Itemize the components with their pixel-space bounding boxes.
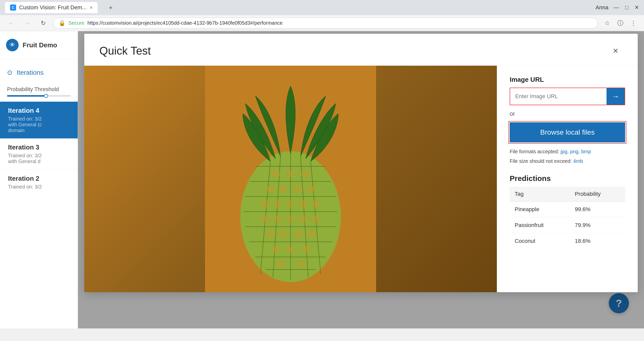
svg-point-18 [266,185,275,193]
prediction-tag-1: Passionfruit [510,217,570,233]
sidebar-item-iterations[interactable]: ⊙ Iterations [0,64,78,81]
image-preview-area [84,66,497,292]
svg-point-16 [286,170,295,177]
info-button[interactable]: ⓘ [615,18,626,29]
iteration3-detail1: Trained on: 3/2 [8,153,71,159]
browser-titlebar: C Custom Vision: Fruit Dem... × + Anna —… [0,0,644,15]
tab-title: Custom Vision: Fruit Dem... [19,4,87,11]
svg-point-20 [294,185,303,193]
quick-test-modal: Quick Test × [84,34,638,292]
svg-point-15 [271,170,280,177]
modal-title: Quick Test [99,45,151,57]
svg-point-26 [311,201,320,208]
iteration2-detail1: Trained on: 3/2 [8,184,71,190]
svg-point-37 [286,246,295,253]
sidebar-header: 👁 Fruit Demo [0,31,78,59]
forward-button[interactable]: → [21,17,33,29]
svg-point-30 [299,216,308,223]
browse-local-files-button[interactable]: Browse local files [510,122,625,142]
tag-column-header: Tag [510,187,570,202]
probability-threshold-section: Probability Threshold [0,81,78,102]
predictions-label: Predictions [510,174,625,183]
iterations-label: Iterations [17,69,44,77]
svg-point-25 [299,201,308,208]
svg-point-36 [271,246,280,253]
iteration4-name: Iteration 4 [8,107,71,115]
secure-text: Secure [68,20,84,26]
minimize-button[interactable]: — [614,4,619,11]
svg-point-39 [276,261,285,268]
svg-point-22 [261,201,270,208]
sidebar: 👁 Fruit Demo ⊙ Iterations Probability Th… [0,31,78,328]
modal-close-button[interactable]: × [609,44,623,58]
browser-chrome: C Custom Vision: Fruit Dem... × + Anna —… [0,0,644,31]
sidebar-nav: ⊙ Iterations Probability Threshold Itera… [0,59,78,200]
iterations-icon: ⊙ [7,69,13,77]
tab-close-button[interactable]: × [90,5,93,11]
svg-point-27 [261,216,270,223]
maximize-button[interactable]: □ [625,4,628,11]
table-row: Coconut18.6% [510,233,625,249]
svg-point-40 [296,261,305,268]
svg-point-28 [273,216,283,223]
window-controls: — □ ✕ [614,4,639,11]
svg-point-33 [278,231,288,238]
url-input[interactable] [510,88,607,105]
svg-point-34 [294,231,303,238]
lock-icon: 🔒 [59,20,65,26]
svg-point-31 [311,216,320,223]
prediction-probability-1: 79.9% [570,217,625,233]
prediction-tag-2: Coconut [510,233,570,249]
tab-favicon: C [10,5,16,11]
sidebar-item-iteration4[interactable]: Iteration 4 Trained on: 3/2 with General… [0,102,78,138]
svg-point-17 [301,170,310,177]
probability-column-header: Probability [570,187,625,202]
predictions-scroll-wrapper: Tag Probability Pineapple99.6%Passionfru… [510,187,625,249]
svg-point-38 [301,246,310,253]
pineapple-image [84,66,497,292]
toolbar-actions: ☆ ⓘ ⋮ [602,18,639,29]
arrow-icon: → [612,92,619,101]
browser-toolbar: ← → ↻ 🔒 Secure https://customvision.ai/p… [0,15,644,31]
svg-point-23 [273,201,283,208]
iteration2-name: Iteration 2 [8,175,71,182]
url-input-row: → [510,88,625,105]
probability-slider[interactable] [7,95,71,97]
user-name: Anna [595,4,608,11]
prediction-probability-2: 18.6% [570,233,625,249]
probability-threshold-label: Probability Threshold [7,86,71,93]
url-submit-button[interactable]: → [607,88,625,105]
url-text: https://customvision.ai/projects/ec4105d… [87,20,283,26]
file-formats-link[interactable]: jpg, png, bmp [560,149,591,154]
modal-header: Quick Test × [84,34,638,66]
svg-point-24 [286,201,295,208]
back-button[interactable]: ← [5,17,17,29]
address-bar[interactable]: 🔒 Secure https://customvision.ai/project… [53,18,598,29]
browser-tab[interactable]: C Custom Vision: Fruit Dem... × [5,2,98,13]
iteration4-detail3: domain [8,128,71,133]
predictions-table: Tag Probability Pineapple99.6%Passionfru… [510,187,625,249]
prediction-probability-0: 99.6% [570,202,625,217]
svg-point-32 [266,231,275,238]
new-tab-button[interactable]: + [105,2,116,13]
iteration3-name: Iteration 3 [8,143,71,151]
sidebar-item-iteration3[interactable]: Iteration 3 Trained on: 3/2 with General… [0,138,78,170]
iteration4-detail2: with General (c [8,122,71,128]
bookmark-button[interactable]: ☆ [602,18,613,29]
svg-point-35 [306,231,315,238]
svg-point-19 [278,185,288,193]
main-content: ⚙ ? Quick Test × [78,31,644,328]
file-size-link[interactable]: 4mb [573,158,583,164]
menu-button[interactable]: ⋮ [628,18,639,29]
iteration3-detail2: with General d [8,159,71,164]
app-layout: 👁 Fruit Demo ⊙ Iterations Probability Th… [0,31,644,328]
image-url-label: Image URL [510,76,625,84]
sidebar-item-iteration2[interactable]: Iteration 2 Trained on: 3/2 [0,170,78,195]
app-logo: 👁 [6,39,19,51]
file-size-info: File size should not exceed: 4mb [510,157,625,165]
svg-point-29 [286,216,295,223]
modal-body: Image URL → or Browse local files File f… [84,66,638,292]
refresh-button[interactable]: ↻ [37,17,49,29]
close-button[interactable]: ✕ [634,4,639,11]
file-formats-info: File formats accepted: jpg, png, bmp [510,147,625,156]
